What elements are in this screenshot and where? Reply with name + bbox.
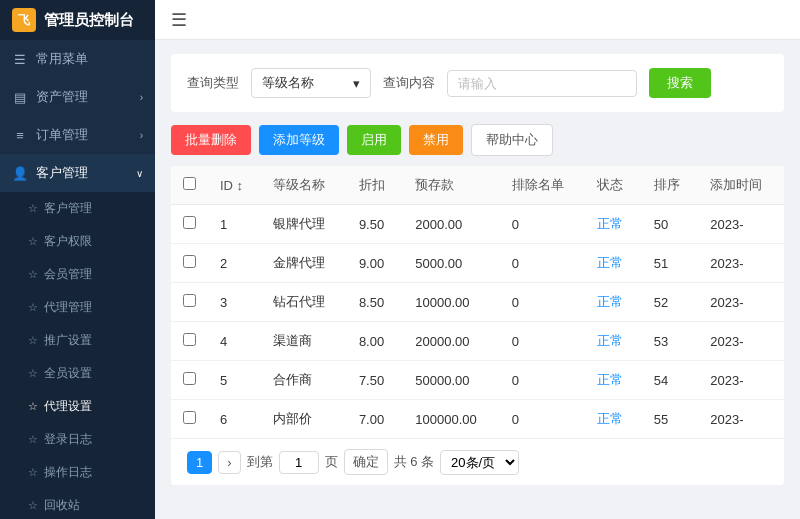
sidebar-item-customer-mgmt[interactable]: 👤 客户管理 ∨ (0, 154, 155, 192)
sidebar-item-asset-mgmt[interactable]: ▤ 资产管理 › (0, 78, 155, 116)
col-header-order: 排序 (642, 166, 698, 205)
sidebar-item-order-mgmt[interactable]: ≡ 订单管理 › (0, 116, 155, 154)
status-badge: 正常 (597, 216, 623, 231)
cell-exclude: 0 (500, 400, 586, 439)
col-header-deposit: 预存款 (403, 166, 499, 205)
cell-discount: 8.00 (347, 322, 403, 361)
sidebar-sub-login-log[interactable]: ☆ 登录日志 (0, 423, 155, 456)
sidebar-sub-customer-manage[interactable]: ☆ 客户管理 (0, 192, 155, 225)
row-checkbox[interactable] (183, 255, 196, 268)
row-checkbox-cell (171, 361, 208, 400)
sidebar-sub-member-manage[interactable]: ☆ 会员管理 (0, 258, 155, 291)
sidebar-sub-agent-settings[interactable]: ☆ 代理设置 (0, 390, 155, 423)
page-confirm-button[interactable]: 确定 (344, 449, 388, 475)
cell-id: 6 (208, 400, 261, 439)
row-checkbox-cell (171, 205, 208, 244)
header-checkbox-cell (171, 166, 208, 205)
cell-status: 正常 (585, 361, 641, 400)
select-all-checkbox[interactable] (183, 177, 196, 190)
search-type-label: 查询类型 (187, 74, 239, 92)
app-title: 管理员控制台 (44, 11, 134, 30)
cell-id: 3 (208, 283, 261, 322)
row-checkbox[interactable] (183, 294, 196, 307)
col-header-exclude: 排除名单 (500, 166, 586, 205)
cell-deposit: 2000.00 (403, 205, 499, 244)
star-icon-8: ☆ (28, 433, 38, 446)
row-checkbox[interactable] (183, 333, 196, 346)
cell-name: 金牌代理 (261, 244, 347, 283)
cell-exclude: 0 (500, 361, 586, 400)
page-unit-label: 页 (325, 453, 338, 471)
menu-toggle-icon[interactable]: ☰ (171, 9, 187, 31)
table-row: 6 内部价 7.00 100000.00 0 正常 55 2023- (171, 400, 784, 439)
search-type-select[interactable]: 等级名称 ▾ (251, 68, 371, 98)
sidebar-sub-all-settings[interactable]: ☆ 全员设置 (0, 357, 155, 390)
sidebar-sub-promo[interactable]: ☆ 推广设置 (0, 324, 155, 357)
batch-delete-button[interactable]: 批量删除 (171, 125, 251, 155)
sidebar-sub-agent-manage[interactable]: ☆ 代理管理 (0, 291, 155, 324)
arrow-icon: › (140, 92, 143, 103)
search-button[interactable]: 搜索 (649, 68, 711, 98)
cell-order: 53 (642, 322, 698, 361)
add-level-button[interactable]: 添加等级 (259, 125, 339, 155)
table-row: 2 金牌代理 9.00 5000.00 0 正常 51 2023- (171, 244, 784, 283)
row-checkbox[interactable] (183, 216, 196, 229)
logo-icon: 飞 (12, 8, 36, 32)
star-icon-5: ☆ (28, 334, 38, 347)
search-bar: 查询类型 等级名称 ▾ 查询内容 搜索 (171, 54, 784, 112)
star-icon-6: ☆ (28, 367, 38, 380)
page-jump-input[interactable] (279, 451, 319, 474)
cell-created: 2023- (698, 400, 784, 439)
cell-name: 合作商 (261, 361, 347, 400)
sidebar-sub-customer-rights[interactable]: ☆ 客户权限 (0, 225, 155, 258)
cell-deposit: 5000.00 (403, 244, 499, 283)
order-mgmt-icon: ≡ (12, 127, 28, 143)
sidebar-sub-recycle[interactable]: ☆ 回收站 (0, 489, 155, 519)
arrow-icon-order: › (140, 130, 143, 141)
sidebar-item-common-menu[interactable]: ☰ 常用菜单 (0, 40, 155, 78)
status-badge: 正常 (597, 372, 623, 387)
data-table-wrapper: ID ↕ 等级名称 折扣 预存款 排除名单 状态 排序 添加时间 1 银牌代理 (171, 166, 784, 485)
cell-id: 4 (208, 322, 261, 361)
cell-exclude: 0 (500, 322, 586, 361)
enable-button[interactable]: 启用 (347, 125, 401, 155)
content-area: 查询类型 等级名称 ▾ 查询内容 搜索 批量删除 添加等级 启用 禁用 帮助中心 (155, 40, 800, 519)
cell-name: 钻石代理 (261, 283, 347, 322)
disable-button[interactable]: 禁用 (409, 125, 463, 155)
col-header-created: 添加时间 (698, 166, 784, 205)
col-header-id: ID ↕ (208, 166, 261, 205)
chevron-down-icon: ▾ (353, 76, 360, 91)
row-checkbox[interactable] (183, 411, 196, 424)
sidebar-sub-nav: ☆ 客户管理 ☆ 客户权限 ☆ 会员管理 ☆ 代理管理 ☆ 推广设置 ☆ 全员设… (0, 192, 155, 519)
jump-to-label: 到第 (247, 453, 273, 471)
total-count: 共 6 条 (394, 453, 434, 471)
cell-id: 1 (208, 205, 261, 244)
col-header-name: 等级名称 (261, 166, 347, 205)
status-badge: 正常 (597, 411, 623, 426)
help-center-button[interactable]: 帮助中心 (471, 124, 553, 156)
cell-created: 2023- (698, 322, 784, 361)
cell-order: 54 (642, 361, 698, 400)
per-page-select[interactable]: 20条/页 (440, 450, 519, 475)
sidebar-label-order-mgmt: 订单管理 (36, 126, 88, 144)
sidebar-sub-op-log[interactable]: ☆ 操作日志 (0, 456, 155, 489)
star-icon-2: ☆ (28, 235, 38, 248)
next-page-button[interactable]: › (218, 451, 240, 474)
page-1-button[interactable]: 1 (187, 451, 212, 474)
cell-order: 51 (642, 244, 698, 283)
star-icon-10: ☆ (28, 499, 38, 512)
row-checkbox[interactable] (183, 372, 196, 385)
star-icon-4: ☆ (28, 301, 38, 314)
cell-discount: 7.50 (347, 361, 403, 400)
sidebar-label-asset-mgmt: 资产管理 (36, 88, 88, 106)
data-table: ID ↕ 等级名称 折扣 预存款 排除名单 状态 排序 添加时间 1 银牌代理 (171, 166, 784, 438)
sidebar-label-customer-mgmt: 客户管理 (36, 164, 88, 182)
cell-exclude: 0 (500, 205, 586, 244)
search-input[interactable] (447, 70, 637, 97)
cell-status: 正常 (585, 322, 641, 361)
cell-order: 50 (642, 205, 698, 244)
cell-status: 正常 (585, 205, 641, 244)
cell-status: 正常 (585, 244, 641, 283)
sidebar-main-nav: ☰ 常用菜单 ▤ 资产管理 › ≡ 订单管理 › 👤 客户管理 ∨ (0, 40, 155, 192)
col-header-discount: 折扣 (347, 166, 403, 205)
